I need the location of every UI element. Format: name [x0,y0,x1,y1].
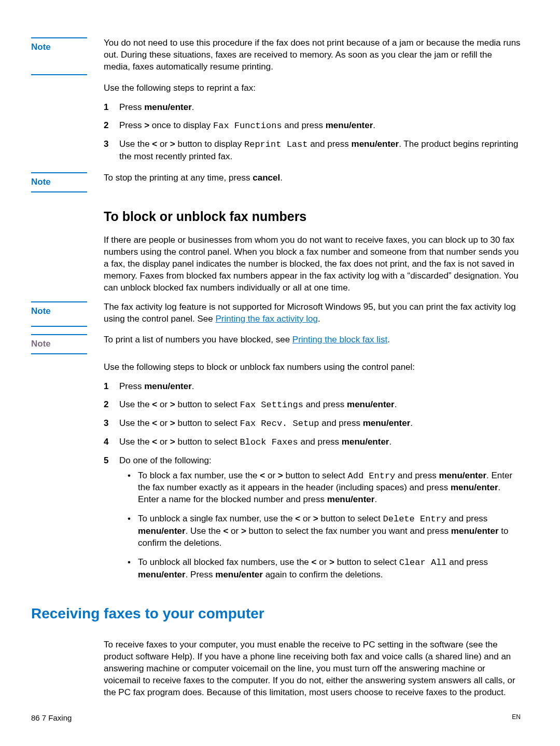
block-steps-container: Use the following steps to block or unbl… [104,362,521,588]
receive-para: To receive faxes to your computer, you m… [104,639,521,699]
chapter-label: 7 Faxing [40,713,72,722]
block-section: To block or unblock fax numbers If there… [104,208,521,294]
step-number: 2 [104,120,119,132]
step-3: 3 Use the < or > button to display Repri… [104,139,521,163]
note-body: To print a list of numbers you have bloc… [104,334,521,346]
step-5: 5 Do one of the following: To block a fa… [104,455,521,588]
section-heading: To block or unblock fax numbers [104,208,521,226]
note-rule-bottom [31,353,87,354]
note-rule-top [31,172,87,173]
note-label: Note [31,176,104,188]
note-body: The fax activity log feature is not supp… [104,301,521,325]
step-number: 3 [104,418,119,430]
note-label: Note [31,306,104,317]
note-rule-top [31,301,87,302]
receive-body: To receive faxes to your computer, you m… [104,639,521,699]
note-rule-bottom [31,74,87,75]
note-block-2: Note To stop the printing at any time, p… [31,172,521,192]
step-number: 5 [104,455,119,467]
step-number: 2 [104,399,119,411]
document-page: Note You do not need to use this procedu… [0,0,560,746]
note-rule-bottom [31,326,87,327]
note-gutter: Note [31,301,104,327]
sub-bullets: To block a fax number, use the < or > bu… [119,470,521,582]
note-rule-top [31,37,87,38]
receive-heading: Receiving faxes to your computer [31,604,521,624]
note-block-4: Note To print a list of numbers you have… [31,334,521,354]
step-number: 3 [104,139,119,150]
note-label: Note [31,42,104,53]
step-text: Press menu/enter. [119,102,521,114]
page-number: 86 [31,713,40,722]
step-3: 3 Use the < or > button to select Fax Re… [104,418,521,430]
step-2: 2 Press > once to display Fax Functions … [104,120,521,132]
step-number: 1 [104,381,119,393]
page-footer: 86 7 Faxing EN [31,713,521,723]
note-body: You do not need to use this procedure if… [104,37,521,73]
step-text: Use the < or > button to select Fax Recv… [119,418,521,430]
step-text: Do one of the following: To block a fax … [119,455,521,588]
step-4: 4 Use the < or > button to select Block … [104,436,521,449]
step-text: Use the < or > button to select Fax Sett… [119,399,521,411]
bullet-2: To unblock a single fax number, use the … [119,513,521,549]
step-2: 2 Use the < or > button to select Fax Se… [104,399,521,411]
note-gutter: Note [31,172,104,192]
step-text: Use the < or > button to display Reprint… [119,139,521,163]
intro-text: Use the following steps to reprint a fax… [104,82,521,94]
block-list-link[interactable]: Printing the block fax list [292,335,387,344]
reprint-steps: 1 Press menu/enter. 2 Press > once to di… [104,102,521,163]
step-text: Use the < or > button to select Block Fa… [119,436,521,449]
step-text: Press menu/enter. [119,381,521,393]
bullet-1: To block a fax number, use the < or > bu… [119,470,521,506]
reprint-section: Use the following steps to reprint a fax… [104,82,521,163]
activity-log-link[interactable]: Printing the fax activity log [215,314,317,324]
note-rule-top [31,334,87,335]
block-steps: 1 Press menu/enter. 2 Use the < or > but… [104,381,521,588]
note-body: To stop the printing at any time, press … [104,172,521,184]
note-gutter: Note [31,334,104,354]
step-number: 1 [104,102,119,114]
block-para: If there are people or businesses from w… [104,234,521,294]
note-rule-bottom [31,191,87,192]
step-1: 1 Press menu/enter. [104,381,521,393]
note-block-1: Note You do not need to use this procedu… [31,37,521,75]
footer-left: 86 7 Faxing [31,713,72,723]
intro-text: Use the following steps to block or unbl… [104,362,521,374]
bullet-3: To unblock all blocked fax numbers, use … [119,557,521,581]
note-block-3: Note The fax activity log feature is not… [31,301,521,327]
step-1: 1 Press menu/enter. [104,102,521,114]
step-number: 4 [104,436,119,448]
footer-right: EN [512,713,521,723]
note-label: Note [31,338,104,350]
step-text: Press > once to display Fax Functions an… [119,120,521,132]
note-gutter: Note [31,37,104,75]
